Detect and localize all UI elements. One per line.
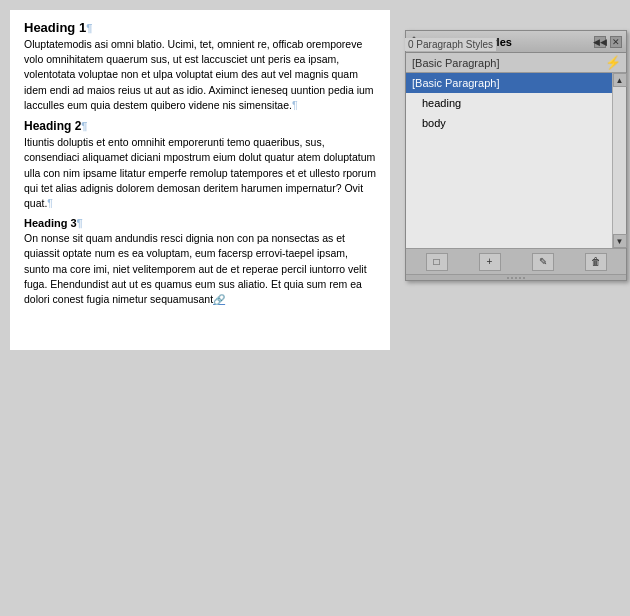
body-paragraph-1: Oluptatemodis asi omni blatio. Ucimi, te…	[24, 37, 376, 113]
quick-apply-icon[interactable]: ⚡	[606, 56, 620, 70]
resize-dot-3	[515, 277, 517, 279]
document-area: Heading 1 Oluptatemodis asi omni blatio.…	[0, 0, 400, 616]
panel-minimize-button[interactable]: ◀◀	[594, 36, 606, 48]
style-item-heading[interactable]: heading	[406, 93, 626, 113]
heading-2: Heading 2	[24, 119, 376, 133]
style-item-body[interactable]: body	[406, 113, 626, 133]
panel-subheader: [Basic Paragraph] ⚡	[406, 53, 626, 73]
body-paragraph-3: On nonse sit quam andundis resci dignia …	[24, 231, 376, 307]
scroll-down-button[interactable]: ▼	[613, 234, 627, 248]
panel-titlebar-controls: ◀◀ ✕	[594, 36, 622, 48]
heading-1: Heading 1	[24, 20, 376, 35]
document-content: Heading 1 Oluptatemodis asi omni blatio.…	[10, 10, 390, 350]
style-count-badge: 0 Paragraph Styles	[405, 38, 496, 51]
style-list: [Basic Paragraph] heading body	[406, 73, 626, 133]
create-new-style-button[interactable]: +	[479, 253, 501, 271]
resize-dot-4	[519, 277, 521, 279]
scroll-track	[613, 87, 626, 234]
panel-scrollbar[interactable]: ▲ ▼	[612, 73, 626, 248]
panel-close-button[interactable]: ✕	[610, 36, 622, 48]
current-style-label: [Basic Paragraph]	[412, 57, 499, 69]
heading-3: Heading 3	[24, 217, 376, 229]
panel-resize-handle[interactable]	[406, 274, 626, 280]
resize-dots	[507, 277, 525, 279]
paragraph-styles-panel: Paragraph Styles ◀◀ ✕ [Basic Paragraph] …	[405, 30, 627, 281]
resize-dot-2	[511, 277, 513, 279]
lightning-bolt-icon: ⚡	[605, 56, 621, 69]
panel-footer: □ + ✎ 🗑	[406, 248, 626, 274]
resize-dot-5	[523, 277, 525, 279]
style-item-basic-paragraph[interactable]: [Basic Paragraph]	[406, 73, 626, 93]
edit-style-button[interactable]: ✎	[532, 253, 554, 271]
body-paragraph-2: Itiuntis doluptis et ento omnihit empore…	[24, 135, 376, 211]
scroll-up-button[interactable]: ▲	[613, 73, 627, 87]
new-style-group-button[interactable]: □	[426, 253, 448, 271]
resize-dot-1	[507, 277, 509, 279]
panel-list-area: [Basic Paragraph] heading body ▲ ▼	[406, 73, 626, 248]
delete-style-button[interactable]: 🗑	[585, 253, 607, 271]
